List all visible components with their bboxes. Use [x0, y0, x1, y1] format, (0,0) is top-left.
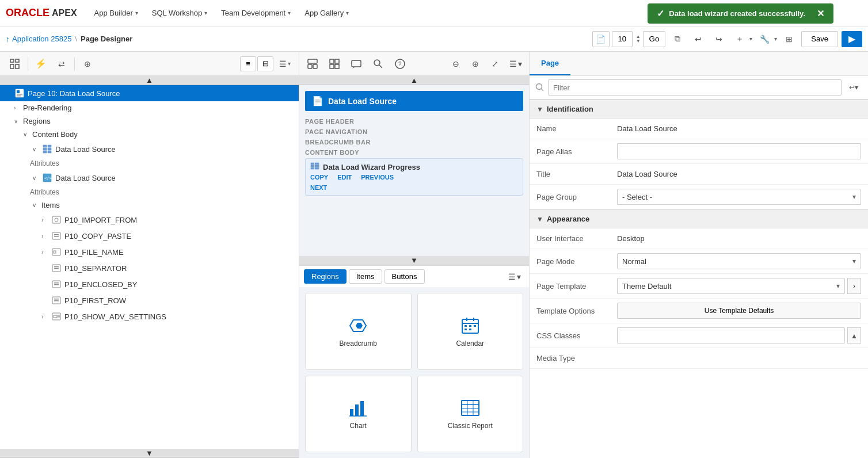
mid-scroll-down[interactable]: ▼: [299, 256, 529, 265]
tree-data-load-source[interactable]: ∨ </> Data Load Source: [0, 170, 299, 186]
save-button[interactable]: Save: [801, 31, 838, 47]
region-copy-button[interactable]: COPY: [310, 174, 328, 181]
tree-items[interactable]: ∨ Items: [0, 199, 299, 212]
mid-tab-messages[interactable]: [347, 54, 366, 74]
prop-group-select[interactable]: - Select - ▾: [617, 189, 861, 205]
bottom-tab-items[interactable]: Items: [349, 269, 382, 284]
panel-menu-button[interactable]: ☰ ▾: [276, 57, 294, 71]
tab-dynamic-actions[interactable]: ⚡: [31, 54, 51, 74]
showadv-label: P10_SHOW_ADV_SETTINGS: [64, 312, 166, 321]
tree-p10-import-from[interactable]: › P10_IMPORT_FROM: [0, 212, 299, 228]
add-dropdown[interactable]: ＋ ▾: [731, 31, 752, 47]
success-close-button[interactable]: ✕: [817, 8, 824, 19]
nav-chevron-app-gallery: ▾: [346, 10, 349, 16]
mid-menu-button[interactable]: ☰ ▾: [506, 57, 526, 71]
tab-rendering[interactable]: [5, 54, 25, 74]
mid-tab-help[interactable]: ?: [390, 54, 410, 74]
mid-fullscreen[interactable]: ⤢: [486, 56, 504, 72]
spinner-down[interactable]: ▼: [636, 39, 641, 44]
scroll-up-button[interactable]: ▲: [0, 76, 299, 85]
component-classic-report[interactable]: Classic Report: [417, 376, 524, 453]
mid-tab-search[interactable]: [368, 54, 388, 74]
filter-options-button[interactable]: ↩▾: [845, 79, 862, 96]
prop-page-mode: Page Mode Normal ▾: [530, 249, 868, 274]
tree-p10-enclosed-by[interactable]: P10_ENCLOSED_BY: [0, 276, 299, 292]
component-calendar[interactable]: Calendar: [417, 293, 524, 370]
nav-item-app-builder[interactable]: App Builder ▾: [89, 0, 144, 26]
tree-pre-rendering[interactable]: › Pre-Rendering: [0, 101, 299, 114]
enclosed-icon: [51, 278, 62, 290]
prop-alias-input[interactable]: [617, 143, 861, 159]
component-chart[interactable]: Chart: [305, 376, 412, 453]
breadcrumb-component-icon: [348, 315, 368, 336]
breadcrumb-component-label: Breadcrumb: [340, 339, 377, 348]
nav-item-team-dev[interactable]: Team Development ▾: [215, 0, 296, 26]
tools-button[interactable]: 🔧: [756, 31, 773, 47]
tree-p10-separator[interactable]: P10_SEPARATOR: [0, 260, 299, 276]
bottom-tab-buttons[interactable]: Buttons: [384, 269, 425, 284]
nav-item-sql-workshop[interactable]: SQL Workshop ▾: [146, 0, 213, 26]
component-breadcrumb[interactable]: Breadcrumb: [305, 293, 412, 370]
region-next-button[interactable]: NEXT: [310, 184, 327, 191]
panel-view-controls: ≡ ⊟ ☰ ▾: [240, 56, 294, 71]
scroll-down-button[interactable]: ▼: [0, 449, 299, 458]
svg-rect-25: [54, 268, 59, 269]
page-spinners[interactable]: ▲ ▼: [636, 35, 641, 44]
bottom-menu-button[interactable]: ☰ ▾: [505, 270, 524, 284]
middle-panel: ? ⊖ ⊕ ⤢ ☰ ▾ ▲ 📄 Data Load Source PAGE HE…: [299, 52, 530, 458]
prop-css-input[interactable]: [617, 327, 845, 344]
filter-input[interactable]: [548, 79, 842, 96]
copy-page-button[interactable]: ⧉: [669, 31, 686, 47]
right-panel: Page ↩▾ ▼ Identification Name Data Load …: [530, 52, 868, 458]
sep-label: P10_SEPARATOR: [64, 264, 127, 273]
tree-attributes-2[interactable]: Attributes: [0, 186, 299, 199]
run-button[interactable]: ▶: [842, 31, 862, 47]
prop-template-select[interactable]: Theme Default ▾: [617, 278, 845, 294]
prop-template-edit-button[interactable]: ›: [847, 278, 861, 294]
mid-zoom-out[interactable]: ⊖: [447, 56, 465, 72]
prop-mode-select[interactable]: Normal ▾: [617, 253, 861, 269]
prop-tpl-options-button[interactable]: Use Template Defaults: [617, 303, 861, 319]
redo-button[interactable]: ↪: [710, 31, 728, 47]
undo-button[interactable]: ↩: [690, 31, 707, 47]
page-doc-button[interactable]: 📄: [592, 31, 610, 47]
bottom-tab-regions[interactable]: Regions: [304, 269, 347, 284]
svg-rect-43: [352, 60, 361, 67]
mid-zoom-in[interactable]: ⊕: [467, 56, 484, 72]
tree-content-body[interactable]: ∨ Content Body: [0, 128, 299, 141]
prop-name-value: Data Load Source: [617, 124, 861, 133]
nav-item-app-gallery[interactable]: App Gallery ▾: [299, 0, 355, 26]
page-number-input[interactable]: [612, 31, 633, 47]
tab-shared-components[interactable]: ⊕: [77, 54, 98, 74]
tree-p10-file-name[interactable]: › P10_FILE_NAME: [0, 244, 299, 260]
section-identification[interactable]: ▼ Identification: [530, 100, 868, 119]
copy-chevron: ›: [41, 233, 51, 239]
mid-scroll-up[interactable]: ▲: [299, 76, 529, 85]
mid-tab-grid[interactable]: [325, 54, 344, 74]
tree-data-load-wizard[interactable]: ∨ Data Load Source: [0, 141, 299, 157]
right-tab-page[interactable]: Page: [530, 52, 570, 75]
section-appearance[interactable]: ▼ Appearance: [530, 209, 868, 228]
application-link[interactable]: ↑ Application 25825: [6, 35, 71, 44]
mid-tab-layout[interactable]: [303, 54, 322, 74]
shared-components-button[interactable]: ⊞: [781, 31, 798, 47]
tree-p10-copy-paste[interactable]: › P10_COPY_PASTE: [0, 228, 299, 244]
prop-css-expand-button[interactable]: ▲: [847, 327, 861, 344]
tree-attributes-1[interactable]: Attributes: [0, 157, 299, 170]
tree-p10-show-adv[interactable]: › P10_SHOW_ADV_SETTINGS: [0, 308, 299, 325]
region-wizard-title: Data Load Wizard Progress: [323, 163, 420, 171]
list-view-button[interactable]: ≡: [240, 56, 256, 71]
tree-view-button[interactable]: ⊟: [257, 56, 273, 71]
region-previous-button[interactable]: PREVIOUS: [361, 174, 394, 181]
go-button[interactable]: Go: [643, 31, 666, 47]
tools-dropdown[interactable]: 🔧 ▾: [756, 31, 777, 47]
region-edit-button[interactable]: EDIT: [337, 174, 352, 181]
tree-p10-first-row[interactable]: P10_FIRST_ROW: [0, 292, 299, 308]
page-title-item[interactable]: Page 10: Data Load Source: [0, 85, 299, 101]
mid-hamburger-arrow: ▾: [518, 59, 522, 68]
tree-regions[interactable]: ∨ Regions: [0, 114, 299, 128]
nav-label-app-builder: App Builder: [94, 9, 133, 17]
add-button[interactable]: ＋: [731, 31, 748, 47]
tab-processing[interactable]: ⇄: [51, 54, 72, 74]
section-page-header: PAGE HEADER: [305, 117, 523, 127]
